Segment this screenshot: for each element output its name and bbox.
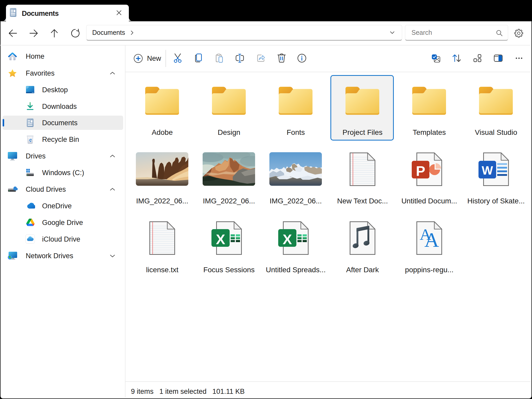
svg-text:A: A bbox=[424, 228, 439, 251]
svg-text:P: P bbox=[416, 163, 425, 179]
svg-text:W: W bbox=[482, 164, 493, 177]
